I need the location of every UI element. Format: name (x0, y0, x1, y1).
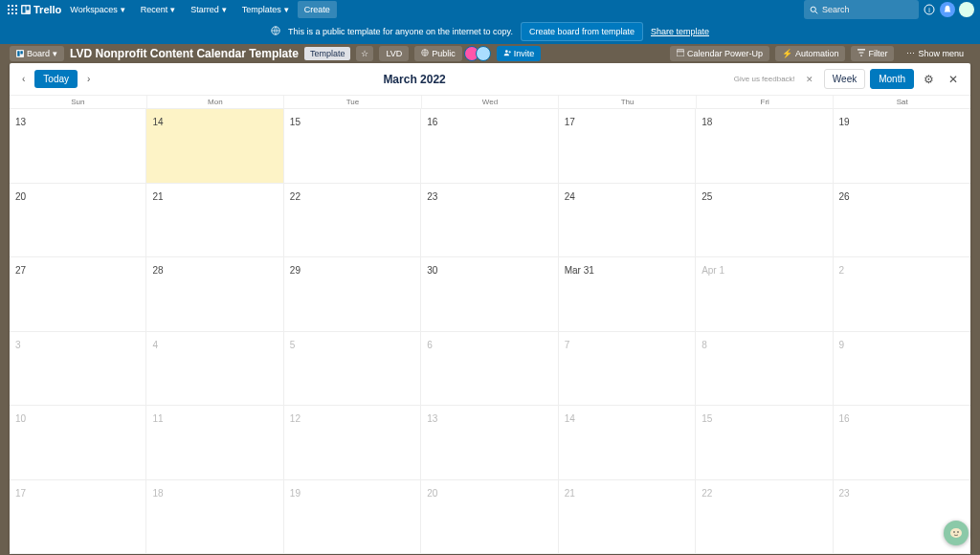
calendar-cell[interactable]: 13 (421, 406, 558, 480)
workspaces-menu[interactable]: Workspaces▾ (63, 1, 131, 18)
close-calendar-button[interactable]: ✕ (944, 70, 963, 89)
calendar-cell[interactable]: 30 (421, 257, 558, 332)
calendar-cell[interactable]: 11 (146, 406, 283, 480)
star-button[interactable]: ☆ (356, 46, 373, 61)
dow-header: Sun (10, 96, 147, 109)
calendar-cell[interactable]: 9 (834, 332, 970, 407)
calendar-cell[interactable]: 24 (559, 184, 696, 258)
calendar-panel: ‹ Today › March 2022 Give us feedback! ✕… (10, 63, 970, 554)
calendar-cell[interactable]: 14 (559, 406, 696, 480)
calendar-cell[interactable]: 15 (696, 406, 833, 480)
calendar-cell[interactable]: 19 (834, 109, 970, 184)
calendar-icon (677, 49, 684, 58)
svg-rect-22 (677, 50, 684, 56)
calendar-cell[interactable]: 21 (146, 184, 283, 258)
calendar-cell[interactable]: Mar 31 (559, 257, 696, 332)
calendar-cell[interactable]: 29 (284, 257, 421, 332)
calendar-cell[interactable]: 16 (834, 406, 970, 480)
calendar-cell[interactable]: 10 (10, 406, 146, 480)
dow-header: Wed (422, 96, 560, 109)
recent-menu[interactable]: Recent▾ (134, 1, 183, 18)
create-button[interactable]: Create (298, 1, 337, 18)
date-number: 22 (702, 488, 712, 499)
board-view-switch[interactable]: Board ▾ (10, 46, 64, 61)
create-from-template-button[interactable]: Create board from template (521, 22, 643, 41)
calendar-cell[interactable]: 21 (559, 480, 696, 555)
automation-button[interactable]: ⚡ Automation (775, 46, 846, 61)
filter-button[interactable]: Filter (851, 46, 894, 61)
chevron-down-icon: ▾ (284, 5, 289, 14)
date-number: 19 (839, 117, 850, 127)
apps-icon[interactable] (6, 3, 19, 16)
date-number: 8 (702, 340, 707, 350)
calendar-cell[interactable]: 25 (696, 184, 833, 258)
calendar-cell[interactable]: 28 (146, 257, 283, 332)
calendar-cell[interactable]: 3 (10, 332, 146, 407)
dow-header: Sat (834, 96, 970, 109)
month-view-button[interactable]: Month (870, 69, 914, 89)
powerup-button[interactable]: Calendar Power-Up (670, 46, 769, 61)
calendar-cell[interactable]: 8 (696, 332, 833, 407)
svg-rect-3 (8, 9, 10, 11)
calendar-cell[interactable]: 26 (834, 184, 970, 258)
calendar-cell[interactable]: 20 (421, 480, 558, 555)
calendar-cell[interactable]: 20 (10, 184, 146, 258)
org-link[interactable]: LVD (379, 46, 409, 61)
banner-text: This is a public template for anyone on … (288, 27, 513, 36)
calendar-cell[interactable]: 16 (421, 109, 558, 184)
help-bubble[interactable] (944, 521, 969, 545)
calendar-cell[interactable]: 6 (421, 332, 558, 407)
calendar-cell[interactable]: 7 (559, 332, 696, 407)
calendar-cell[interactable]: 22 (696, 480, 833, 555)
feedback-link[interactable]: Give us feedback! (734, 75, 795, 83)
svg-point-24 (950, 528, 962, 538)
calendar-cell[interactable]: 17 (559, 109, 696, 184)
calendar-grid: 131415161718192021222324252627282930Mar … (10, 109, 970, 554)
starred-menu[interactable]: Starred▾ (184, 1, 234, 18)
visibility-button[interactable]: Public (414, 46, 462, 61)
invite-button[interactable]: Invite (497, 46, 542, 61)
templates-menu[interactable]: Templates▾ (235, 1, 296, 18)
calendar-cell[interactable]: 18 (696, 109, 833, 184)
close-icon: ✕ (948, 73, 958, 86)
svg-rect-1 (11, 5, 13, 7)
notifications-icon[interactable] (940, 2, 955, 17)
calendar-cell[interactable]: 19 (284, 480, 421, 555)
logo[interactable]: Trello (21, 4, 61, 15)
calendar-cell[interactable]: 27 (10, 257, 146, 332)
calendar-cell[interactable]: 14 (146, 109, 283, 184)
settings-button[interactable]: ⚙ (919, 70, 939, 89)
calendar-cell[interactable]: 17 (10, 480, 146, 555)
calendar-cell[interactable]: 18 (146, 480, 283, 555)
search-input-wrap[interactable] (804, 0, 919, 19)
search-input[interactable] (822, 5, 929, 14)
calendar-cell[interactable]: Apr 1 (696, 257, 833, 332)
calendar-cell[interactable]: 5 (284, 332, 421, 407)
avatar[interactable] (476, 46, 491, 61)
calendar-cell[interactable]: 15 (284, 109, 421, 184)
chevron-down-icon: ▾ (121, 5, 125, 14)
day-of-week-header: SunMonTueWedThuFriSat (10, 96, 970, 109)
prev-button[interactable]: ‹ (17, 71, 30, 87)
date-number: 3 (15, 340, 21, 350)
share-template-link[interactable]: Share template (651, 27, 709, 36)
info-icon[interactable]: i (923, 3, 936, 16)
dow-header: Fri (697, 96, 835, 109)
date-number: 13 (15, 117, 26, 127)
today-button[interactable]: Today (34, 70, 78, 88)
calendar-cell[interactable]: 2 (834, 257, 970, 332)
week-view-button[interactable]: Week (824, 69, 865, 89)
dow-header: Thu (559, 96, 697, 109)
calendar-cell[interactable]: 4 (146, 332, 283, 407)
board-title[interactable]: LVD Nonprofit Content Calendar Template (70, 47, 299, 60)
calendar-cell[interactable]: 12 (284, 406, 421, 480)
date-number: 5 (290, 340, 296, 350)
calendar-cell[interactable]: 13 (10, 109, 146, 184)
calendar-cell[interactable]: 23 (421, 184, 558, 258)
member-avatars[interactable] (468, 46, 491, 61)
user-avatar[interactable] (959, 2, 974, 17)
show-menu-button[interactable]: ⋯ Show menu (900, 46, 970, 61)
next-button[interactable]: › (82, 71, 95, 87)
feedback-close[interactable]: ✕ (806, 75, 813, 84)
calendar-cell[interactable]: 22 (284, 184, 421, 258)
